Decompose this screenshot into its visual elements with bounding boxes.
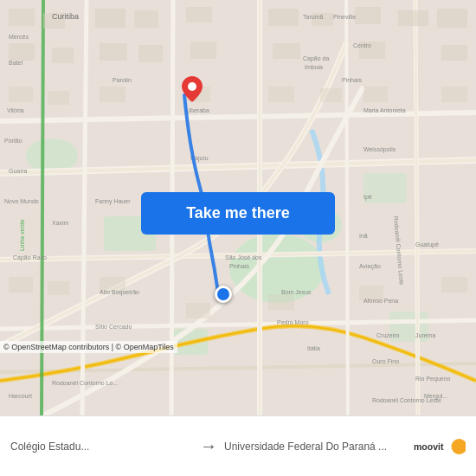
svg-rect-36: [138, 45, 163, 62]
svg-text:Inã: Inã: [359, 233, 368, 239]
to-location-label: Universidade Federal Do Paraná ...: [224, 441, 407, 453]
svg-text:Sítio Cercado: Sítio Cercado: [95, 324, 132, 330]
svg-rect-32: [437, 9, 467, 28]
svg-rect-35: [100, 43, 127, 61]
svg-text:Pineville: Pineville: [333, 14, 356, 20]
svg-line-22: [42, 0, 43, 415]
svg-text:Rodoanél Contorno Leste: Rodoanél Contorno Leste: [372, 397, 441, 403]
svg-text:Pedro Moro: Pedro Moro: [277, 319, 309, 325]
svg-text:Portão: Portão: [4, 138, 23, 144]
svg-text:Cruzeiro: Cruzeiro: [376, 332, 400, 338]
svg-rect-26: [134, 10, 158, 28]
svg-text:Rodoanél Contorno Lo...: Rodoanél Contorno Lo...: [52, 380, 118, 386]
svg-rect-27: [186, 7, 212, 23]
svg-text:Centro: Centro: [353, 42, 371, 48]
svg-text:Pinhais: Pinhais: [342, 77, 362, 83]
footer: Colégio Estadu... → Universidade Federal…: [0, 415, 476, 476]
svg-text:Fanny Hauer: Fanny Hauer: [95, 198, 131, 205]
svg-rect-43: [100, 87, 125, 102]
svg-rect-53: [268, 294, 294, 310]
svg-text:Novo Mundo: Novo Mundo: [4, 198, 39, 204]
svg-rect-55: [441, 277, 467, 293]
svg-rect-34: [52, 48, 74, 63]
svg-text:Bom Jesus: Bom Jesus: [281, 289, 312, 295]
svg-rect-46: [320, 88, 342, 102]
destination-pin: [182, 76, 203, 102]
svg-text:Guatupê: Guatupê: [415, 241, 439, 248]
take-me-there-button[interactable]: Take me there: [141, 192, 335, 235]
svg-text:Xaxim: Xaxim: [52, 220, 69, 226]
svg-text:Capão Raso: Capão Raso: [13, 254, 47, 261]
svg-text:Jurema: Jurema: [415, 332, 435, 338]
svg-text:Afonso Pena: Afonso Pena: [363, 298, 398, 304]
svg-text:Aviação: Aviação: [359, 263, 381, 270]
svg-text:Itália: Itália: [307, 345, 320, 351]
svg-rect-23: [9, 9, 35, 26]
svg-text:Harcourt: Harcourt: [9, 393, 32, 399]
svg-text:Weissópolis: Weissópolis: [363, 146, 396, 153]
svg-rect-41: [9, 87, 33, 102]
svg-rect-38: [273, 43, 300, 59]
svg-rect-31: [398, 10, 428, 26]
svg-rect-33: [9, 43, 35, 61]
svg-text:Capão da: Capão da: [303, 55, 329, 62]
origin-pin: [215, 286, 232, 303]
svg-text:Alto Boqueirão: Alto Boqueirão: [100, 289, 139, 296]
svg-rect-48: [441, 87, 467, 102]
svg-rect-25: [95, 9, 125, 28]
footer-arrow-icon: →: [193, 436, 224, 456]
svg-text:Ipê: Ipê: [363, 194, 372, 201]
svg-rect-42: [48, 91, 69, 105]
svg-text:Tarumã: Tarumã: [303, 14, 323, 20]
svg-text:Linha verde: Linha verde: [19, 219, 25, 251]
svg-line-19: [346, 0, 348, 415]
map-attribution: © OpenStreetMap contributors | © OpenMap…: [0, 341, 177, 353]
svg-text:Maria Antonieta: Maria Antonieta: [363, 107, 406, 113]
footer-from: Colégio Estadu...: [10, 441, 193, 453]
svg-rect-49: [9, 277, 33, 293]
map-container: Curitiba Mercês Batel Vitória Portão Gua…: [0, 0, 476, 415]
svg-text:São José dos: São José dos: [225, 254, 262, 261]
svg-rect-37: [190, 42, 216, 59]
svg-text:Rio Pequeno: Rio Pequeno: [415, 376, 451, 383]
from-location-label: Colégio Estadu...: [10, 441, 193, 453]
svg-rect-30: [355, 7, 381, 24]
svg-rect-28: [268, 9, 299, 26]
moovit-logo: moovit: [414, 434, 466, 460]
svg-point-99: [188, 82, 196, 91]
svg-text:Guaíra: Guaíra: [9, 168, 28, 174]
footer-to: Universidade Federal Do Paraná ...: [224, 441, 407, 453]
svg-text:Imbuia: Imbuia: [305, 64, 323, 70]
svg-text:Vitória: Vitória: [7, 107, 24, 113]
svg-rect-45: [268, 87, 294, 102]
svg-text:moovit: moovit: [414, 441, 444, 451]
svg-rect-47: [363, 87, 388, 102]
svg-text:Batel: Batel: [9, 60, 23, 66]
svg-text:Curitiba: Curitiba: [52, 12, 79, 21]
svg-text:Parolin: Parolin: [113, 77, 132, 83]
svg-text:Ouro Fino: Ouro Fino: [372, 358, 399, 364]
svg-text:Mercês: Mercês: [9, 34, 29, 40]
svg-text:Uberaba: Uberaba: [186, 107, 209, 113]
svg-point-100: [452, 439, 466, 454]
svg-text:Pinhais: Pinhais: [229, 263, 249, 269]
svg-rect-50: [48, 281, 69, 295]
svg-rect-52: [186, 303, 210, 318]
svg-rect-40: [441, 45, 467, 61]
